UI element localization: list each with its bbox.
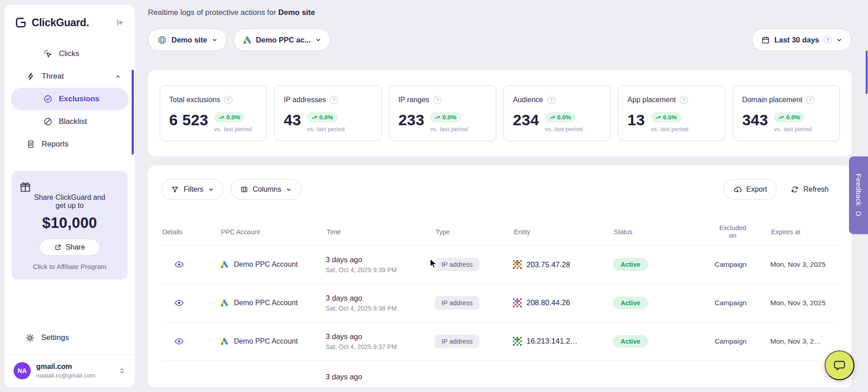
stat-delta-value: 0.0%: [319, 114, 333, 121]
promo-line-1: Share ClickGuard and: [19, 194, 120, 202]
settings-label: Settings: [41, 333, 69, 342]
help-icon[interactable]: [824, 36, 832, 44]
stat-value: 43: [284, 112, 301, 128]
sidebar-item-blacklist[interactable]: Blacklist: [5, 110, 135, 133]
help-icon[interactable]: [806, 96, 815, 104]
column-header-entity: Entity: [513, 228, 613, 236]
stat-delta-badge: 0.0%: [651, 112, 682, 123]
stat-tile: Total exclusions 6 523 0.0% vs. last per…: [160, 85, 267, 141]
stat-label: IP ranges: [398, 96, 429, 104]
help-icon[interactable]: [224, 96, 232, 104]
stat-value: 6 523: [169, 112, 209, 128]
time-relative: 3 days ago: [326, 294, 435, 302]
chat-launcher-button[interactable]: [825, 350, 854, 380]
time-absolute: Sat, Oct 4, 2025 9:38 PM: [326, 305, 435, 312]
sidebar-item-label: Clicks: [59, 49, 79, 58]
chevron-down-icon: [836, 37, 842, 43]
help-icon[interactable]: [330, 96, 338, 104]
sidebar-item-settings[interactable]: Settings: [5, 326, 135, 349]
excluded-on-value: Campaign: [715, 299, 770, 307]
stat-delta-caption: vs. last period: [307, 126, 345, 132]
stat-value: 234: [513, 112, 539, 128]
view-details-eye-icon[interactable]: [174, 260, 220, 269]
table-toolbar: Filters Columns Export Refresh: [161, 179, 838, 200]
exclusions-icon: [43, 94, 52, 104]
feedback-chat-icon: [855, 211, 862, 217]
stat-delta-badge: 0.0%: [214, 112, 245, 123]
columns-button[interactable]: Columns: [231, 179, 301, 200]
account-switcher[interactable]: NA gmail.com naatali.ro@gmail.com: [5, 354, 135, 380]
cloud-download-icon: [733, 185, 742, 194]
help-icon[interactable]: [547, 96, 555, 104]
calendar-icon: [761, 36, 770, 44]
help-icon[interactable]: [680, 96, 688, 104]
affiliate-program-link[interactable]: Click to Affiliate Program: [19, 263, 120, 270]
status-badge: Active: [613, 335, 648, 348]
sidebar-collapse-icon[interactable]: [116, 18, 125, 27]
subtitle-site-name: Demo site: [278, 8, 315, 17]
stat-delta-caption: vs. last period: [214, 126, 252, 132]
stat-delta-caption: vs. last period: [774, 126, 811, 132]
site-selector[interactable]: Demo site: [148, 28, 227, 51]
stat-delta-caption: vs. last period: [545, 126, 583, 132]
refresh-button[interactable]: Refresh: [781, 179, 838, 200]
stat-delta-value: 0.0%: [663, 114, 677, 121]
feedback-tab[interactable]: Feedback: [849, 156, 868, 234]
date-range-selector[interactable]: Last 30 days: [752, 28, 852, 51]
columns-icon: [240, 185, 248, 194]
expires-at-value: Mon, Nov 3, 2025: [770, 299, 838, 307]
stat-delta-badge: 0.0%: [307, 112, 338, 123]
stat-delta-badge: 0.0%: [430, 112, 461, 123]
stat-delta-value: 0.0%: [227, 114, 241, 121]
select-chevrons-icon: [119, 367, 126, 374]
table-row: Demo PPC Account 3 days ago Sat, Oct 4, …: [161, 284, 838, 322]
view-details-eye-icon[interactable]: [174, 336, 220, 346]
type-badge: IP address: [435, 258, 479, 271]
stat-delta-value: 0.0%: [786, 114, 800, 121]
table-header-row: Details PPC Account Time Type Entity Sta…: [161, 224, 838, 246]
stat-label: Domain placement: [742, 96, 802, 104]
main-content: Realtime logs of protective actions for …: [146, 5, 868, 387]
ppc-selector-value: Demo PPC ac...: [256, 36, 311, 44]
affiliate-promo-card: Share ClickGuard and get up to $10,000 S…: [12, 171, 128, 279]
status-badge: Active: [613, 258, 648, 271]
chevron-down-icon: [286, 187, 292, 193]
chat-bubble-icon: [833, 359, 846, 372]
filters-button-label: Filters: [184, 185, 204, 194]
filters-button[interactable]: Filters: [161, 179, 223, 200]
type-badge: IP address: [435, 335, 479, 348]
trend-up-icon: [778, 115, 784, 120]
globe-icon: [157, 35, 167, 45]
export-button-label: Export: [746, 185, 767, 194]
column-header-details: Details: [161, 228, 220, 236]
trend-up-icon: [312, 115, 317, 120]
stat-value: 343: [742, 112, 768, 128]
share-button[interactable]: Share: [39, 239, 100, 256]
time-absolute: Sat, Oct 4, 2025 9:37 PM: [326, 343, 435, 350]
clicks-icon: [43, 49, 52, 58]
trend-up-icon: [550, 115, 555, 120]
stat-delta-caption: vs. last period: [430, 126, 468, 132]
sidebar-item-label: Exclusions: [59, 94, 100, 104]
sidebar-item-exclusions[interactable]: Exclusions: [11, 88, 128, 110]
sidebar-item-reports[interactable]: Reports: [5, 133, 135, 156]
column-header-time: Time: [326, 228, 435, 236]
ppc-account-name: Demo PPC Account: [234, 299, 298, 307]
status-badge: Active: [613, 297, 648, 309]
sidebar-item-threat[interactable]: Threat: [5, 65, 135, 88]
sidebar-item-clicks[interactable]: Clicks: [5, 43, 135, 65]
export-button[interactable]: Export: [724, 179, 777, 200]
view-details-eye-icon[interactable]: [174, 298, 220, 308]
help-icon[interactable]: [433, 96, 441, 104]
table-row: Demo PPC Account 3 days ago Sat, Oct 4, …: [161, 322, 838, 361]
google-ads-icon: [220, 337, 228, 345]
stat-label: App placement: [627, 96, 676, 104]
page-scrollbar-thumb[interactable]: [866, 51, 868, 94]
ppc-account-selector[interactable]: Demo PPC ac...: [233, 28, 331, 51]
chevron-down-icon: [208, 187, 214, 193]
column-header-status: Status: [613, 228, 715, 236]
promo-line-2: get up to: [19, 202, 120, 210]
expires-at-value: Mon, Nov 3, 2…: [770, 337, 838, 345]
time-absolute: Sat, Oct 4, 2025 9:39 PM: [326, 266, 435, 274]
sidebar-scrollbar-thumb[interactable]: [132, 70, 134, 155]
